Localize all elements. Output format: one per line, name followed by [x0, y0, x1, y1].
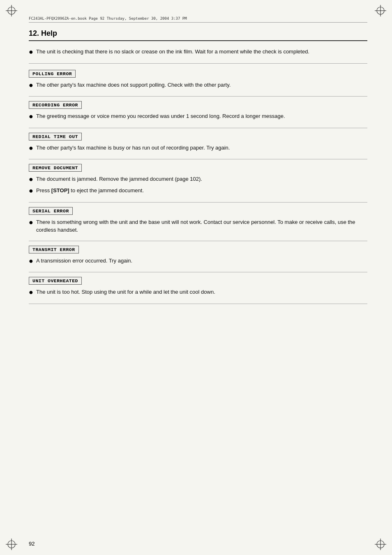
page-number: 92	[29, 541, 35, 547]
corner-br-decoration	[375, 539, 386, 550]
content-redial-time-out: ●The other party's fax machine is busy o…	[29, 144, 367, 160]
section-remove-document: REMOVE DOCUMENT●The document is jammed. …	[29, 164, 367, 202]
label-polling-error: POLLING ERROR	[29, 70, 76, 78]
bullet-dot: ●	[29, 48, 35, 57]
bullet-text: The greeting message or voice memo you r…	[36, 112, 285, 120]
label-unit-overheated: UNIT OVERHEATED	[29, 277, 82, 285]
bullet-dot: ●	[29, 187, 35, 196]
section-serial-error: SERIAL ERROR●There is something wrong wi…	[29, 207, 367, 241]
section-unit-overheated: UNIT OVERHEATED●The unit is too hot. Sto…	[29, 276, 367, 304]
bullet-dot: ●	[29, 112, 35, 121]
section-redial-time-out: REDIAL TIME OUT●The other party's fax ma…	[29, 132, 367, 160]
section-recording-error: RECORDING ERROR●The greeting message or …	[29, 101, 367, 128]
bullet-dot: ●	[29, 175, 35, 184]
bullet-dot: ●	[29, 144, 35, 153]
content-unit-overheated: ●The unit is too hot. Stop using the uni…	[29, 288, 367, 304]
label-recording-error: RECORDING ERROR	[29, 101, 82, 109]
list-item: ●There is something wrong with the unit …	[29, 218, 367, 234]
corner-bl-decoration	[6, 539, 17, 550]
bullet-text: A transmission error occurred. Try again…	[36, 257, 132, 265]
bullet-text: Press [STOP] to eject the jammed documen…	[36, 187, 144, 195]
section-polling-error: POLLING ERROR●The other party's fax mach…	[29, 69, 367, 97]
bullet-text: The unit is too hot. Stop using the unit…	[36, 288, 215, 296]
list-item: ●The other party's fax machine does not …	[29, 81, 367, 90]
content-serial-error: ●There is something wrong with the unit …	[29, 218, 367, 241]
intro-section: ● The unit is checking that there is no …	[29, 48, 367, 64]
corner-tl-decoration	[6, 5, 17, 16]
list-item: ●The unit is too hot. Stop using the uni…	[29, 288, 367, 297]
bullet-dot: ●	[29, 257, 35, 266]
bullet-dot: ●	[29, 81, 35, 90]
bullet-text: The document is jammed. Remove the jamme…	[36, 175, 202, 183]
page: FC243AL-PFQX2096ZA-en.book Page 92 Thurs…	[0, 0, 392, 555]
list-item: ●The document is jammed. Remove the jamm…	[29, 175, 367, 184]
label-redial-time-out: REDIAL TIME OUT	[29, 133, 82, 140]
list-item: ●Press [STOP] to eject the jammed docume…	[29, 187, 367, 196]
content-transmit-error: ●A transmission error occurred. Try agai…	[29, 257, 367, 273]
sections-container: POLLING ERROR●The other party's fax mach…	[29, 69, 367, 304]
content-recording-error: ●The greeting message or voice memo you …	[29, 112, 367, 128]
bullet-text: The other party's fax machine does not s…	[36, 81, 231, 89]
content-remove-document: ●The document is jammed. Remove the jamm…	[29, 175, 367, 202]
content-polling-error: ●The other party's fax machine does not …	[29, 81, 367, 97]
label-transmit-error: TRANSMIT ERROR	[29, 246, 79, 253]
list-item: ●The greeting message or voice memo you …	[29, 112, 367, 121]
label-remove-document: REMOVE DOCUMENT	[29, 164, 82, 172]
bullet-text: There is something wrong with the unit a…	[36, 218, 367, 234]
corner-tr-decoration	[375, 5, 386, 16]
intro-bullet-text: The unit is checking that there is no sl…	[36, 48, 309, 56]
bullet-dot: ●	[29, 218, 35, 227]
intro-bullet: ● The unit is checking that there is no …	[29, 48, 367, 57]
label-serial-error: SERIAL ERROR	[29, 207, 73, 215]
section-transmit-error: TRANSMIT ERROR●A transmission error occu…	[29, 245, 367, 273]
list-item: ●A transmission error occurred. Try agai…	[29, 257, 367, 266]
list-item: ●The other party's fax machine is busy o…	[29, 144, 367, 153]
file-info: FC243AL-PFQX2096ZA-en.book Page 92 Thurs…	[29, 16, 367, 23]
bullet-dot: ●	[29, 288, 35, 297]
bullet-text: The other party's fax machine is busy or…	[36, 144, 230, 152]
page-heading: 12. Help	[29, 29, 367, 41]
